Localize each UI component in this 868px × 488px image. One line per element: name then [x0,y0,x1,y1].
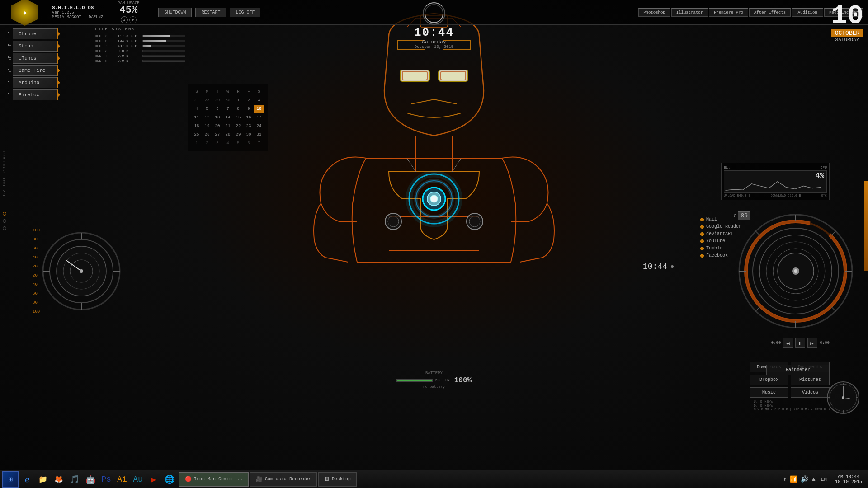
start-button[interactable]: ⊞ [2,471,19,488]
bridge-dot-2[interactable] [3,219,6,223]
tray-network-icon[interactable]: ⬆ [782,474,788,484]
app-firefox[interactable]: Firefox [13,89,58,100]
fs-row-d: HDD D: 194.9 G B [95,39,185,43]
top-bar: ✦ S.H.I.E.L.D OS Ver 1.2.5 MEDIA MAGGOT … [0,0,868,25]
temp-display: C 89 [734,211,750,220]
app-itunes[interactable]: iTunes [13,53,58,64]
social-facebook[interactable]: Facebook [700,253,741,258]
taskbar-icon-ie[interactable]: ℯ [20,472,34,487]
clock-date: October 10, 2015 [415,45,453,49]
calendar-grid: S M T W R F S 27 28 29 30 1 2 3 4 5 6 7 … [192,88,264,147]
ps-icon: Ps [101,475,111,484]
taskbar-icon-firefox[interactable]: 🦊 [52,472,66,487]
ram-usage: RAM USAGE 45% ▲ ▼ [113,1,144,23]
svg-line-48 [755,307,760,311]
ironman-icon: 🔴 [185,476,192,483]
taskbar-icon-ai[interactable]: Ai [115,472,129,487]
music-controls: 0:00 ⏮ ⏸ ⏭ 0:00 [771,338,830,348]
social-dot-facebook [700,254,704,258]
music-pause-button[interactable]: ⏸ [795,338,805,348]
bridge-dot-1[interactable] [3,212,6,216]
divider-1 [108,3,108,21]
logoff-button[interactable]: LOG OFF [230,8,260,17]
social-dot-tumblr [700,247,704,250]
ram-arrows: ▲ ▼ [121,16,137,23]
rainmeter-button-area: Rainmeter [766,365,830,375]
folder-icon: 📁 [38,475,47,484]
music-next-button[interactable]: ⏭ [807,338,817,348]
taskbar-icon-media[interactable]: 🎵 [67,472,82,487]
tray-icons: ⬆ 📶 🔊 ▲ [782,474,816,484]
app-photoshop[interactable]: Photoshop [638,8,670,17]
net-download: D: 0 kB/s [754,404,830,408]
social-deviantart[interactable]: deviantART [700,231,741,236]
app-aftereffects[interactable]: After Effects [749,8,791,17]
taskbar-app-ironman[interactable]: 🔴 Iron Man Comic ... [179,472,249,487]
taskbar-icon-au[interactable]: Au [131,472,145,487]
app-gamefire[interactable]: Game Fire [13,65,58,76]
calendar-today: 10 [254,105,264,113]
taskbar-icon-folder[interactable]: 📁 [36,472,50,487]
battery-bar-bg [396,379,433,382]
rainmeter-button[interactable]: Rainmeter [766,365,830,375]
social-youtube[interactable]: YouTube [700,239,741,244]
indicator-steam [9,45,11,47]
folder-pictures[interactable]: Pictures [791,375,830,385]
app-illustrator[interactable]: Illustrator [671,8,708,17]
taskbar-icon-ps[interactable]: Ps [99,472,113,487]
folder-dropbox[interactable]: Dropbox [750,375,788,385]
fs-row-h: HDD H: 0.0 B [95,59,185,63]
cpu-percent: 4% [816,172,824,180]
app-audition[interactable]: Audition [792,8,823,17]
taskbar-clock-date: 10-10-2015 [835,479,862,484]
bridge-control: BRIDGE CONTROL [0,136,9,230]
svg-line-49 [831,307,836,311]
tray-wifi-icon[interactable]: 📶 [789,474,798,484]
taskbar-clock-time: AM 10:44 [835,474,862,479]
app-arduino[interactable]: Arduino [13,77,58,88]
music-time-start: 0:00 [771,341,781,345]
clock-day: Saturday [422,39,446,45]
social-tumblr[interactable]: Tumblr [700,246,741,251]
os-user: MEDIA MAGGOT | DAELNZ [52,15,103,19]
camtasia-icon: ▶ [151,474,156,484]
filesystems-title: FILE SYSTEMS [95,27,185,32]
big-day-number: 10 [831,2,863,29]
taskbar-app-desktop[interactable]: 🖥 Desktop [318,472,357,487]
clock-ring [423,2,445,25]
tray-notification-icon[interactable]: ▲ [811,475,816,484]
taskbar-app-camtasia[interactable]: 🎥 Camtasia Recorder [250,472,317,487]
calendar-widget: S M T W R F S 27 28 29 30 1 2 3 4 5 6 7 … [188,84,268,151]
fs-row-g: HDD G: 0.0 B [95,49,185,53]
app-row-chrome: Chrome [9,28,58,39]
battery-widget: BATTERY AC LINE 100% no battery [396,371,472,389]
taskbar-icon-android[interactable]: 🤖 [83,472,98,487]
filesystems-widget: FILE SYSTEMS HDD C: 117.8 G B HDD D: 194… [95,27,185,64]
indicator-gamefire [9,70,11,72]
music-prev-button[interactable]: ⏮ [783,338,793,348]
folder-videos[interactable]: Videos [791,387,830,398]
social-dot-deviantart [700,232,704,236]
taskbar-icon-camtasia[interactable]: ▶ [146,472,161,487]
app-premiere[interactable]: Premiere Pro [709,8,748,17]
web-icon: 🌐 [165,474,175,484]
app-chrome[interactable]: Chrome [13,28,58,39]
svg-point-54 [842,396,844,399]
top-buttons: SHUTDOWN RESTART LOG OFF [158,8,260,17]
os-version: Ver 1.2.5 [52,10,103,15]
os-info: S.H.I.E.L.D OS Ver 1.2.5 MEDIA MAGGOT | … [52,5,103,19]
music-time-end: 0:00 [820,341,830,345]
taskbar-icon-web[interactable]: 🌐 [162,472,177,487]
analog-clock [825,380,861,416]
language-indicator[interactable]: EN [819,476,829,483]
social-google-reader[interactable]: Google Reader [700,224,741,229]
app-row-firefox: Firefox [9,89,58,100]
app-row-gamefire: Game Fire [9,65,58,76]
bridge-dot-3[interactable] [3,226,6,230]
restart-button[interactable]: RESTART [195,8,226,17]
folder-music[interactable]: Music [750,387,788,398]
clock-time: 10:44 [414,26,454,39]
tray-volume-icon[interactable]: 🔊 [800,474,809,484]
app-steam[interactable]: Steam [13,41,58,52]
shutdown-button[interactable]: SHUTDOWN [158,8,192,17]
